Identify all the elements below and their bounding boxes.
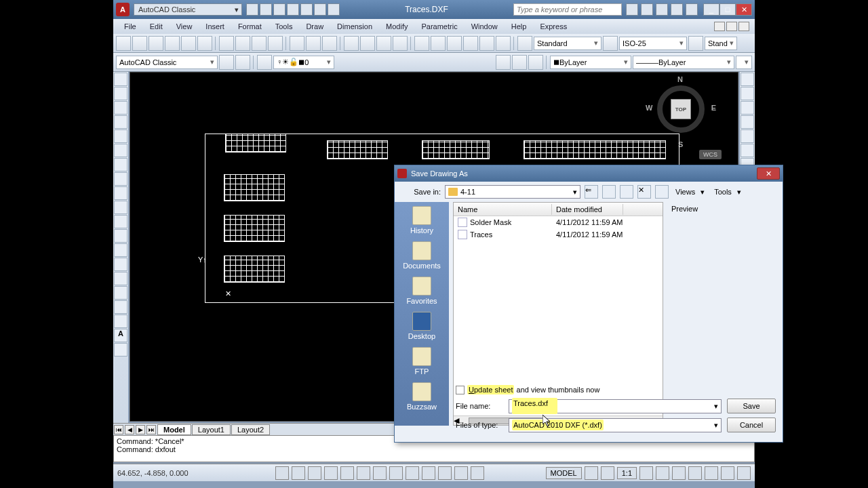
tab-first-icon[interactable]: ⏮	[114, 425, 123, 434]
menu-file[interactable]: File	[119, 21, 142, 32]
search-web-icon[interactable]	[620, 185, 633, 199]
undo-icon[interactable]	[314, 3, 326, 16]
app-logo-icon[interactable]: A	[116, 3, 130, 16]
column-date[interactable]: Date modified	[552, 204, 623, 215]
dimstyle-selector[interactable]: ISO-25	[619, 37, 687, 50]
lineweight-selector[interactable]	[736, 56, 752, 69]
menu-insert[interactable]: Insert	[200, 21, 230, 32]
array-tool-icon[interactable]	[741, 129, 754, 143]
makeblock-tool-icon[interactable]	[114, 243, 127, 257]
copyobj-tool-icon[interactable]	[741, 87, 754, 100]
mdi-minimize[interactable]	[714, 22, 725, 31]
newfolder-icon[interactable]	[655, 185, 669, 199]
workspace-selector[interactable]: AutoCAD Classic	[134, 3, 242, 16]
grid-icon[interactable]	[292, 466, 305, 480]
layer-state-icon[interactable]	[496, 55, 511, 70]
dc-icon[interactable]	[431, 36, 446, 51]
mtext-tool-icon[interactable]: A	[114, 329, 127, 342]
arc-tool-icon[interactable]	[114, 144, 127, 157]
dialog-close-button[interactable]: ✕	[757, 167, 780, 180]
linetype-selector[interactable]: ——— ByLayer	[633, 56, 734, 69]
rect-tool-icon[interactable]	[114, 129, 127, 143]
circle-tool-icon[interactable]	[114, 158, 127, 171]
polar-icon[interactable]	[324, 466, 338, 480]
tab-model[interactable]: Model	[157, 424, 191, 435]
hardware-icon[interactable]	[705, 466, 718, 480]
ws-switch-icon[interactable]	[672, 466, 686, 480]
ssm-icon[interactable]	[463, 36, 478, 51]
pline-tool-icon[interactable]	[114, 101, 127, 115]
anno-auto-icon[interactable]	[656, 466, 669, 480]
minimize-button[interactable]: _	[703, 3, 719, 16]
search-input[interactable]	[513, 3, 622, 16]
exchange-icon[interactable]	[656, 3, 668, 16]
snap-icon[interactable]	[275, 466, 289, 480]
mirror-tool-icon[interactable]	[741, 101, 754, 115]
qp-icon[interactable]	[454, 466, 468, 480]
open-file-icon[interactable]	[132, 36, 147, 51]
pan-icon[interactable]	[344, 36, 359, 51]
place-documents[interactable]: Documents	[403, 241, 441, 270]
copy-icon[interactable]	[235, 36, 250, 51]
markup-icon[interactable]	[479, 36, 494, 51]
menu-express[interactable]: Express	[534, 21, 572, 32]
viewcube-east[interactable]: E	[711, 104, 716, 112]
ortho-icon[interactable]	[308, 466, 321, 480]
anno-scale[interactable]: 1:1	[617, 467, 637, 479]
tab-last-icon[interactable]: ⏭	[146, 425, 156, 434]
region-tool-icon[interactable]	[114, 300, 127, 314]
hatch-tool-icon[interactable]	[114, 272, 127, 285]
otrack-icon[interactable]	[373, 466, 387, 480]
viewcube-west[interactable]: W	[646, 104, 652, 112]
xline-tool-icon[interactable]	[114, 87, 127, 100]
workspace-combo[interactable]: AutoCAD Classic	[116, 56, 218, 69]
offset-tool-icon[interactable]	[741, 115, 754, 129]
sc-icon[interactable]	[471, 466, 484, 480]
mdi-restore[interactable]	[726, 22, 737, 31]
polygon-tool-icon[interactable]	[114, 115, 127, 129]
undo-btn-icon[interactable]	[306, 36, 321, 51]
calc-icon[interactable]	[496, 36, 511, 51]
layer-props-icon[interactable]	[257, 55, 272, 70]
help-icon[interactable]	[686, 3, 698, 16]
3dosnap-icon[interactable]	[357, 466, 370, 480]
menu-parametric[interactable]: Parametric	[416, 21, 462, 32]
new-file-icon[interactable]	[116, 36, 131, 51]
gradient-tool-icon[interactable]	[114, 286, 127, 300]
paste-icon[interactable]	[252, 36, 267, 51]
ws-gear-icon[interactable]	[235, 55, 250, 70]
tab-next-icon[interactable]: ▶	[136, 425, 145, 434]
model-space[interactable]: MODEL	[546, 467, 582, 479]
grid-disp-icon[interactable]	[585, 466, 598, 480]
qview-icon[interactable]	[601, 466, 614, 480]
osnap-icon[interactable]	[340, 466, 354, 480]
place-favorites[interactable]: Favorites	[406, 277, 437, 305]
tp-icon[interactable]	[447, 36, 462, 51]
anno-vis-icon[interactable]	[639, 466, 653, 480]
textstyle-selector[interactable]: Standard	[534, 37, 601, 50]
block-icon[interactable]	[290, 36, 304, 51]
tpy-icon[interactable]	[438, 466, 452, 480]
tab-prev-icon[interactable]: ◀	[125, 425, 134, 434]
erase-tool-icon[interactable]	[741, 73, 754, 86]
layer-uniso-icon[interactable]	[528, 55, 543, 70]
zoom-prev-icon[interactable]	[393, 36, 408, 51]
move-tool-icon[interactable]	[741, 144, 754, 157]
delete-icon[interactable]: ✕	[637, 185, 651, 199]
file-row[interactable]: Traces 4/11/2012 11:59 AM	[454, 228, 663, 241]
tools-dropdown[interactable]: Tools	[711, 186, 744, 198]
menu-draw[interactable]: Draw	[300, 21, 329, 32]
place-history[interactable]: History	[410, 206, 433, 235]
save-file-icon[interactable]	[149, 36, 163, 51]
save-button[interactable]: Save	[727, 399, 776, 413]
viewcube-north[interactable]: N	[677, 75, 683, 83]
table-tool-icon[interactable]	[114, 314, 127, 328]
file-list-header[interactable]: Name Date modified	[454, 203, 663, 216]
props-icon[interactable]	[414, 36, 429, 51]
new-icon[interactable]	[246, 3, 258, 16]
menu-window[interactable]: Window	[466, 21, 503, 32]
close-button[interactable]: ✕	[736, 3, 752, 16]
dialog-titlebar[interactable]: Save Drawing As ✕	[395, 165, 783, 182]
tablestyle-icon[interactable]	[688, 36, 703, 51]
update-thumbnails-checkbox[interactable]	[456, 386, 465, 394]
